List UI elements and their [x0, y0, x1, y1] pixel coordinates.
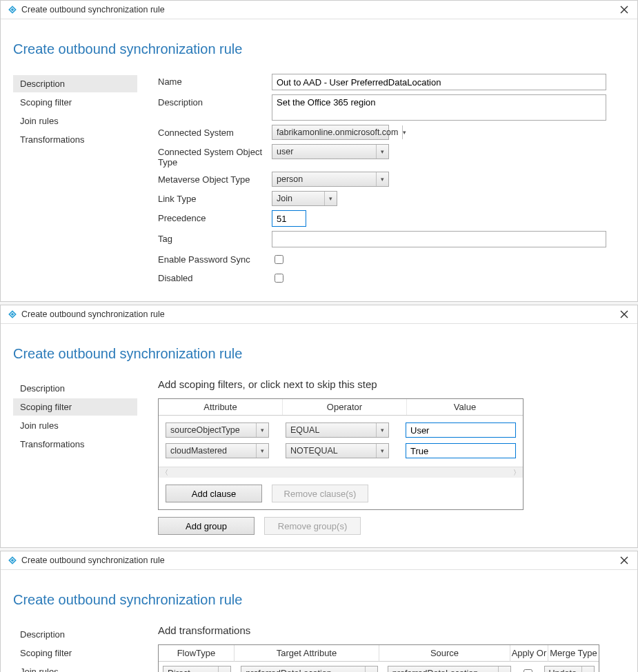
- scroll-right-icon: 〉: [513, 468, 520, 478]
- sidebar-item-scoping-filter[interactable]: Scoping filter: [13, 644, 137, 662]
- window-scoping-step: Create outbound synchronization rule Cre…: [0, 305, 638, 548]
- close-button[interactable]: [618, 3, 630, 16]
- description-input[interactable]: Set the Office 365 region: [272, 94, 606, 121]
- horizontal-scrollbar[interactable]: 〈 〉: [159, 467, 523, 478]
- scoping-row: cloudMastered ▾ NOTEQUAL ▾: [166, 443, 516, 458]
- operator-select[interactable]: NOTEQUAL ▾: [286, 443, 389, 458]
- chevron-down-icon: ▾: [376, 444, 388, 458]
- label-connected-system: Connected System: [158, 125, 272, 138]
- wizard-sidebar: Description Scoping filter Join rules Tr…: [13, 624, 137, 672]
- enable-password-sync-checkbox[interactable]: [275, 255, 283, 264]
- col-operator: Operator: [283, 399, 407, 415]
- merge-type-select[interactable]: Update ▾: [544, 666, 595, 672]
- sidebar-item-scoping-filter[interactable]: Scoping filter: [13, 94, 137, 111]
- label-disabled: Disabled: [158, 270, 272, 283]
- sidebar-item-transformations[interactable]: Transformations: [13, 436, 137, 453]
- col-apply-once: Apply Or: [510, 645, 548, 662]
- sidebar-item-join-rules[interactable]: Join rules: [13, 663, 137, 672]
- chevron-down-icon: ▾: [365, 666, 377, 672]
- label-mv-object-type: Metaverse Object Type: [158, 172, 272, 185]
- description-form: Name Description Set the Office 365 regi…: [137, 74, 624, 289]
- transformations-instruction: Add transformations: [158, 624, 624, 636]
- operator-select[interactable]: EQUAL ▾: [286, 422, 389, 438]
- window-title: Create outbound synchronization rule: [21, 556, 618, 565]
- col-merge-type: Merge Type: [548, 645, 599, 662]
- col-source: Source: [379, 645, 510, 662]
- close-button[interactable]: [618, 554, 630, 567]
- page-title: Create outbound synchronization rule: [13, 41, 624, 57]
- source-select[interactable]: preferredDataLocation ▾: [388, 666, 511, 672]
- page-title: Create outbound synchronization rule: [13, 592, 624, 608]
- sidebar-item-scoping-filter[interactable]: Scoping filter: [13, 398, 137, 416]
- chevron-down-icon: ▾: [218, 666, 230, 672]
- label-cs-object-type: Connected System Object Type: [158, 144, 272, 167]
- chevron-down-icon: ▾: [581, 666, 594, 672]
- value-input[interactable]: [406, 443, 516, 458]
- scroll-left-icon: 〈: [161, 468, 168, 478]
- label-precedence: Precedence: [158, 210, 272, 223]
- attribute-select[interactable]: sourceObjectType ▾: [166, 422, 269, 438]
- transformations-content: Add transformations FlowType Target Attr…: [137, 624, 624, 672]
- wizard-sidebar: Description Scoping filter Join rules Tr…: [13, 74, 137, 289]
- name-input[interactable]: [272, 74, 606, 90]
- precedence-input[interactable]: [272, 210, 306, 227]
- chevron-down-icon: ▾: [376, 172, 388, 186]
- mv-object-type-select[interactable]: person ▾: [272, 172, 389, 187]
- chevron-down-icon: ▾: [324, 192, 337, 205]
- add-clause-button[interactable]: Add clause: [166, 485, 262, 502]
- app-icon: [8, 5, 17, 14]
- page-title: Create outbound synchronization rule: [13, 346, 624, 362]
- chevron-down-icon: ▾: [402, 125, 406, 139]
- flowtype-select[interactable]: Direct ▾: [163, 666, 231, 672]
- app-icon: [8, 556, 17, 565]
- apply-once-checkbox[interactable]: [524, 669, 532, 673]
- app-icon: [8, 309, 17, 319]
- close-button[interactable]: [618, 308, 630, 320]
- attribute-select[interactable]: cloudMastered ▾: [166, 443, 269, 458]
- titlebar: Create outbound synchronization rule: [1, 1, 637, 19]
- scoping-instruction: Add scoping filters, or click next to sk…: [158, 378, 624, 390]
- window-title: Create outbound synchronization rule: [21, 5, 618, 14]
- label-description: Description: [158, 94, 272, 108]
- sidebar-item-description[interactable]: Description: [13, 380, 137, 397]
- transformations-header: FlowType Target Attribute Source Apply O…: [158, 644, 599, 662]
- cs-object-type-select[interactable]: user ▾: [272, 144, 389, 159]
- col-target-attribute: Target Attribute: [235, 645, 379, 662]
- scoping-content: Add scoping filters, or click next to sk…: [137, 378, 624, 535]
- label-eps: Enable Password Sync: [158, 252, 272, 265]
- value-input[interactable]: [406, 422, 516, 438]
- label-link-type: Link Type: [158, 191, 272, 204]
- window-transformations-step: Create outbound synchronization rule Cre…: [0, 551, 638, 672]
- col-flowtype: FlowType: [159, 645, 235, 662]
- remove-clauses-button[interactable]: Remove clause(s): [272, 485, 368, 502]
- sidebar-item-join-rules[interactable]: Join rules: [13, 112, 137, 130]
- link-type-select[interactable]: Join ▾: [272, 191, 337, 206]
- titlebar: Create outbound synchronization rule: [1, 551, 637, 570]
- tag-input[interactable]: [272, 231, 606, 247]
- chevron-down-icon: ▾: [376, 145, 388, 159]
- label-tag: Tag: [158, 231, 272, 244]
- disabled-checkbox[interactable]: [275, 274, 283, 283]
- wizard-sidebar: Description Scoping filter Join rules Tr…: [13, 378, 137, 535]
- chevron-down-icon: ▾: [256, 423, 268, 437]
- sidebar-item-description[interactable]: Description: [13, 75, 137, 92]
- connected-system-select[interactable]: fabrikamonline.onmicrosoft.com ▾: [272, 125, 389, 140]
- transformation-row: Direct ▾ preferredDataLocation ▾ preferr…: [158, 662, 599, 672]
- sidebar-item-join-rules[interactable]: Join rules: [13, 417, 137, 434]
- chevron-down-icon: ▾: [498, 666, 510, 672]
- chevron-down-icon: ▾: [376, 423, 388, 437]
- col-value: Value: [407, 399, 523, 415]
- remove-groups-button[interactable]: Remove group(s): [264, 517, 361, 535]
- sidebar-item-transformations[interactable]: Transformations: [13, 131, 137, 148]
- col-attribute: Attribute: [159, 399, 283, 415]
- label-name: Name: [158, 74, 272, 87]
- chevron-down-icon: ▾: [256, 444, 268, 458]
- titlebar: Create outbound synchronization rule: [1, 305, 637, 324]
- scoping-row: sourceObjectType ▾ EQUAL ▾: [166, 422, 516, 438]
- scoping-grid: Attribute Operator Value sourceObjectTyp…: [158, 398, 524, 510]
- window-title: Create outbound synchronization rule: [21, 309, 618, 319]
- window-description-step: Create outbound synchronization rule Cre…: [0, 0, 638, 302]
- sidebar-item-description[interactable]: Description: [13, 626, 137, 643]
- add-group-button[interactable]: Add group: [158, 517, 255, 535]
- target-attribute-select[interactable]: preferredDataLocation ▾: [241, 666, 378, 672]
